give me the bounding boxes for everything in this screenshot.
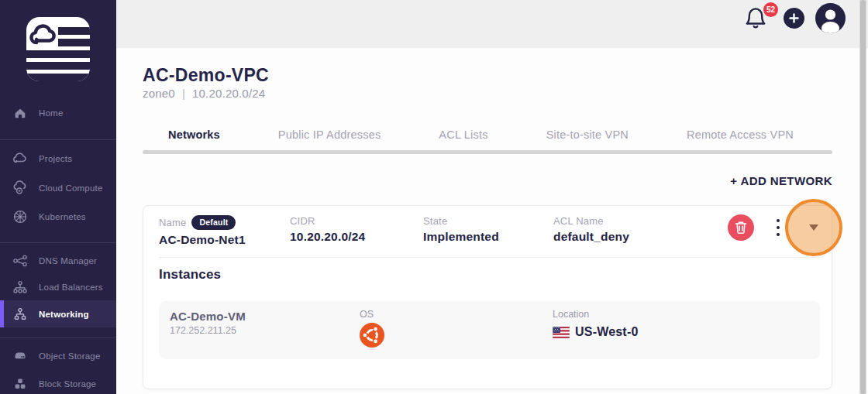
sidebar-item-cloud-compute[interactable]: Cloud Compute — [0, 174, 116, 202]
cidr-value: 10.20.20.0/24 — [290, 230, 365, 244]
sidebar-item-load-balancers[interactable]: Load Balancers — [0, 273, 116, 301]
sidebar-item-label: Load Balancers — [39, 283, 103, 292]
tab-acl-lists[interactable]: ACL Lists — [439, 128, 487, 146]
sidebar-item-label: DNS Manager — [39, 256, 97, 266]
os-label: OS — [360, 309, 384, 320]
blocks-icon — [12, 376, 29, 392]
state-label: State — [423, 215, 447, 227]
scrollbar-thumb[interactable] — [860, 0, 866, 394]
notification-count-badge: 52 — [763, 2, 778, 17]
card-divider — [159, 257, 820, 258]
sidebar-item-label: Networking — [39, 310, 89, 319]
home-icon — [12, 105, 29, 121]
tab-public-ip-addresses[interactable]: Public IP Addresses — [278, 128, 381, 146]
instance-ip: 172.252.211.25 — [170, 325, 236, 336]
app-logo[interactable] — [26, 17, 90, 81]
subtitle-separator: | — [182, 87, 185, 100]
tab-divider-bar — [143, 150, 832, 154]
sidebar-item-block-storage[interactable]: Block Storage — [0, 370, 116, 394]
instance-location-field: Location US-West-0 — [553, 309, 639, 339]
cidr-label: CIDR — [290, 215, 315, 227]
sidebar-item-kubernetes[interactable]: Kubernetes — [0, 203, 116, 231]
location-label: Location — [553, 309, 639, 320]
sidebar-item-label: Home — [39, 108, 63, 118]
acl-name-field: ACL Name default_deny — [553, 215, 629, 244]
sidebar-item-networking[interactable]: Networking — [0, 300, 116, 327]
trash-icon — [735, 221, 747, 235]
cloud-flag-logo-icon — [26, 17, 90, 81]
drive-icon — [12, 348, 29, 364]
kebab-dot — [777, 219, 780, 222]
default-badge: Default — [191, 215, 236, 230]
delete-network-button[interactable] — [728, 214, 754, 241]
sidebar-item-projects[interactable]: Projects — [0, 145, 116, 173]
vertical-scrollbar[interactable] — [859, 0, 866, 394]
tab-networks[interactable]: Networks — [168, 128, 220, 146]
networking-icon — [12, 307, 29, 322]
page-title: AC-Demo-VPC — [143, 65, 269, 86]
acl-name-value: default_deny — [553, 230, 629, 244]
chevron-down-icon — [809, 224, 818, 231]
instance-name-link[interactable]: AC-Demo-VM — [170, 310, 246, 323]
us-flag-icon — [553, 327, 570, 338]
sidebar-item-label: Block Storage — [39, 379, 96, 389]
sidebar-item-dns-manager[interactable]: DNS Manager — [0, 247, 116, 275]
active-accent-bar — [0, 300, 4, 327]
sidebar-item-label: Object Storage — [39, 351, 101, 361]
network-options-menu-button[interactable] — [773, 219, 783, 236]
sidebar-item-home[interactable]: Home — [0, 99, 116, 127]
notifications-button[interactable]: 52 — [745, 6, 770, 31]
instances-heading: Instances — [159, 267, 221, 283]
page-subtitle: zone0|10.20.20.0/24 — [143, 87, 265, 100]
vpc-cidr: 10.20.20.0/24 — [192, 87, 265, 100]
add-network-container: + ADD NETWORK — [143, 174, 832, 187]
tab-remote-access-vpn[interactable]: Remote Access VPN — [687, 128, 794, 146]
user-icon — [815, 3, 846, 33]
expand-network-button[interactable] — [808, 223, 820, 232]
state-value: Implemented — [423, 230, 499, 244]
sidebar-item-label: Cloud Compute — [39, 183, 103, 193]
zone-label: zone0 — [143, 87, 175, 100]
instance-row: AC-Demo-VM 172.252.211.25 OS Location — [159, 301, 820, 359]
sidebar-divider — [0, 242, 116, 243]
sidebar: Home Projects Cloud Compute Kubernetes D… — [0, 0, 116, 394]
tab-bar: Networks Public IP Addresses ACL Lists S… — [143, 128, 832, 146]
sidebar-item-label: Projects — [39, 154, 72, 163]
dns-nodes-icon — [12, 253, 29, 269]
state-field: State Implemented — [423, 215, 499, 244]
network-name-value: AC-Demo-Net1 — [159, 233, 246, 247]
sidebar-divider — [0, 139, 116, 140]
cloud-gear-icon — [12, 180, 29, 196]
acl-name-label: ACL Name — [553, 215, 604, 227]
load-balancer-icon — [12, 279, 29, 295]
instance-os-field: OS — [360, 309, 384, 348]
user-avatar[interactable] — [815, 3, 846, 33]
create-new-button[interactable] — [784, 8, 804, 29]
cidr-field: CIDR 10.20.20.0/24 — [290, 215, 365, 244]
ubuntu-logo-icon — [360, 323, 384, 348]
kebab-dot — [777, 226, 780, 229]
plus-icon — [789, 13, 799, 23]
sidebar-item-object-storage[interactable]: Object Storage — [0, 342, 116, 370]
add-network-button[interactable]: + ADD NETWORK — [730, 174, 832, 187]
tab-site-to-site-vpn[interactable]: Site-to-site VPN — [546, 128, 629, 146]
kebab-dot — [777, 233, 780, 236]
network-name-field: Name Default AC-Demo-Net1 — [159, 215, 246, 247]
sidebar-item-label: Kubernetes — [39, 212, 86, 221]
name-label: Name — [159, 217, 186, 228]
network-card: Name Default AC-Demo-Net1 CIDR 10.20.20.… — [143, 205, 832, 389]
cloud-icon — [12, 151, 29, 166]
location-value: US-West-0 — [575, 325, 639, 339]
sidebar-divider — [0, 337, 116, 338]
kubernetes-wheel-icon — [12, 209, 29, 224]
